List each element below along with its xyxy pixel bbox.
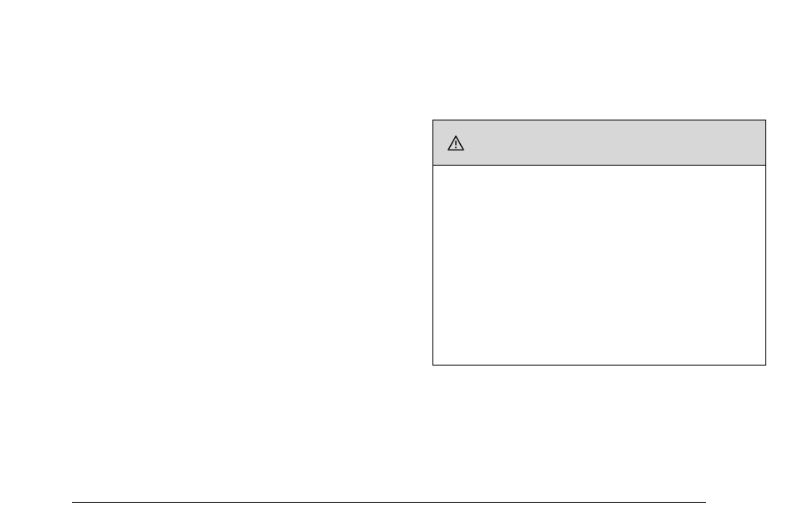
warning-body <box>433 166 765 365</box>
warning-triangle-icon <box>447 135 465 151</box>
warning-box <box>432 120 766 366</box>
footer-divider <box>72 502 706 503</box>
svg-point-1 <box>455 146 457 148</box>
warning-header <box>433 120 765 166</box>
